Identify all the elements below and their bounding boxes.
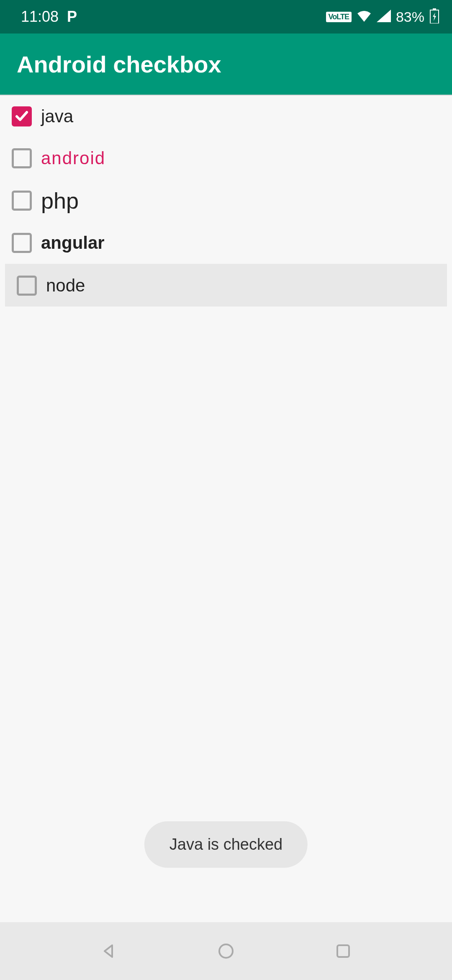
checkbox-label-angular: angular bbox=[41, 233, 105, 253]
checkbox-label-java: java bbox=[41, 106, 73, 126]
checkbox-label-android: android bbox=[41, 148, 105, 168]
status-time: 11:08 bbox=[21, 8, 59, 26]
nav-home-button[interactable] bbox=[217, 942, 235, 960]
checkbox-label-php: php bbox=[41, 188, 79, 214]
status-bar-left: 11:08 P bbox=[21, 8, 77, 26]
navigation-bar bbox=[0, 922, 452, 980]
svg-rect-3 bbox=[337, 945, 349, 957]
battery-percent: 83% bbox=[396, 9, 424, 25]
checkbox-list: java android php angular node bbox=[0, 95, 452, 307]
status-bar: 11:08 P VoLTE 83% bbox=[0, 0, 452, 34]
svg-point-2 bbox=[219, 944, 233, 958]
battery-icon bbox=[429, 8, 439, 25]
checkbox-java[interactable] bbox=[12, 106, 32, 126]
checkbox-label-node: node bbox=[46, 276, 85, 296]
page-title: Android checkbox bbox=[17, 51, 221, 78]
checkbox-row-angular[interactable]: angular bbox=[0, 222, 452, 264]
signal-icon bbox=[377, 10, 391, 24]
checkbox-row-node[interactable]: node bbox=[5, 265, 447, 307]
status-bar-right: VoLTE 83% bbox=[326, 8, 439, 25]
nav-recent-button[interactable] bbox=[334, 942, 352, 960]
checkbox-android[interactable] bbox=[12, 148, 32, 168]
checkbox-row-java[interactable]: java bbox=[0, 95, 452, 137]
nav-back-button[interactable] bbox=[100, 942, 118, 960]
checkbox-php[interactable] bbox=[12, 191, 32, 211]
wifi-icon bbox=[357, 10, 372, 23]
checkbox-node[interactable] bbox=[17, 276, 37, 296]
app-bar: Android checkbox bbox=[0, 34, 452, 95]
p-icon: P bbox=[67, 8, 77, 26]
checkbox-row-php[interactable]: php bbox=[0, 179, 452, 222]
toast-message: Java is checked bbox=[144, 821, 308, 868]
checkbox-row-android[interactable]: android bbox=[0, 137, 452, 179]
volte-icon: VoLTE bbox=[326, 12, 352, 22]
checkbox-angular[interactable] bbox=[12, 233, 32, 253]
